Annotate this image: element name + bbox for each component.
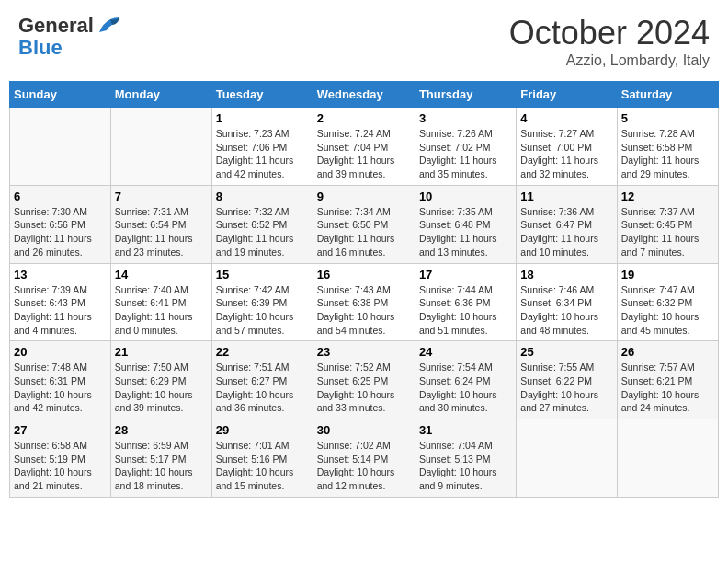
logo: General Blue <box>18 14 121 60</box>
day-number: 16 <box>317 268 411 282</box>
day-number: 9 <box>317 190 411 203</box>
cell-content: Sunrise: 7:52 AMSunset: 6:25 PMDaylight:… <box>317 361 411 415</box>
cell-content: Sunrise: 7:47 AMSunset: 6:32 PMDaylight:… <box>621 283 714 338</box>
calendar-cell: 1Sunrise: 7:23 AMSunset: 7:06 PMDaylight… <box>211 108 313 186</box>
cell-content: Sunrise: 7:24 AMSunset: 7:04 PMDaylight:… <box>317 127 411 181</box>
calendar-cell: 9Sunrise: 7:34 AMSunset: 6:50 PMDaylight… <box>313 185 415 263</box>
day-header-friday: Friday <box>517 82 617 108</box>
calendar-week-row: 13Sunrise: 7:39 AMSunset: 6:43 PMDayligh… <box>10 263 719 341</box>
day-number: 17 <box>419 268 512 282</box>
cell-content: Sunrise: 7:02 AMSunset: 5:14 PMDaylight:… <box>317 439 411 493</box>
day-number: 24 <box>419 345 512 359</box>
day-header-sunday: Sunday <box>10 82 111 108</box>
calendar-cell: 16Sunrise: 7:43 AMSunset: 6:38 PMDayligh… <box>313 263 415 341</box>
calendar-cell: 13Sunrise: 7:39 AMSunset: 6:43 PMDayligh… <box>10 263 111 341</box>
day-number: 3 <box>419 111 512 125</box>
calendar-cell: 26Sunrise: 7:57 AMSunset: 6:21 PMDayligh… <box>617 341 718 419</box>
cell-content: Sunrise: 6:58 AMSunset: 5:19 PMDaylight:… <box>14 439 107 493</box>
calendar-cell: 2Sunrise: 7:24 AMSunset: 7:04 PMDaylight… <box>313 108 415 186</box>
cell-content: Sunrise: 7:50 AMSunset: 6:29 PMDaylight:… <box>115 361 208 415</box>
day-number: 31 <box>419 423 512 437</box>
calendar-cell: 8Sunrise: 7:32 AMSunset: 6:52 PMDaylight… <box>211 185 313 263</box>
calendar-cell: 27Sunrise: 6:58 AMSunset: 5:19 PMDayligh… <box>10 419 111 498</box>
title-block: October 2024 Azzio, Lombardy, Italy <box>509 14 710 69</box>
cell-content: Sunrise: 7:35 AMSunset: 6:48 PMDaylight:… <box>419 205 512 259</box>
cell-content: Sunrise: 7:55 AMSunset: 6:22 PMDaylight:… <box>520 361 612 415</box>
cell-content: Sunrise: 7:28 AMSunset: 6:58 PMDaylight:… <box>621 127 714 181</box>
calendar-cell: 28Sunrise: 6:59 AMSunset: 5:17 PMDayligh… <box>110 419 211 498</box>
calendar-week-row: 1Sunrise: 7:23 AMSunset: 7:06 PMDaylight… <box>10 108 719 186</box>
day-number: 12 <box>621 190 714 203</box>
day-header-wednesday: Wednesday <box>313 82 415 108</box>
cell-content: Sunrise: 7:39 AMSunset: 6:43 PMDaylight:… <box>14 283 107 338</box>
cell-content: Sunrise: 7:43 AMSunset: 6:38 PMDaylight:… <box>317 283 411 338</box>
calendar-cell: 15Sunrise: 7:42 AMSunset: 6:39 PMDayligh… <box>211 263 313 341</box>
cell-content: Sunrise: 7:48 AMSunset: 6:31 PMDaylight:… <box>14 361 107 415</box>
day-number: 28 <box>115 423 208 437</box>
day-header-monday: Monday <box>110 82 211 108</box>
cell-content: Sunrise: 7:01 AMSunset: 5:16 PMDaylight:… <box>216 439 309 493</box>
day-number: 21 <box>115 345 208 359</box>
calendar-cell: 7Sunrise: 7:31 AMSunset: 6:54 PMDaylight… <box>110 185 211 263</box>
cell-content: Sunrise: 7:23 AMSunset: 7:06 PMDaylight:… <box>216 127 309 181</box>
calendar-cell: 21Sunrise: 7:50 AMSunset: 6:29 PMDayligh… <box>110 341 211 419</box>
logo-blue-text: Blue <box>18 36 63 60</box>
day-number: 19 <box>621 268 714 282</box>
day-number: 10 <box>419 190 512 203</box>
cell-content: Sunrise: 7:51 AMSunset: 6:27 PMDaylight:… <box>216 361 309 415</box>
cell-content: Sunrise: 7:37 AMSunset: 6:45 PMDaylight:… <box>621 205 714 259</box>
day-number: 6 <box>14 190 107 203</box>
day-number: 11 <box>520 190 612 203</box>
calendar-week-row: 20Sunrise: 7:48 AMSunset: 6:31 PMDayligh… <box>10 341 719 419</box>
day-number: 2 <box>317 111 411 125</box>
calendar-cell: 25Sunrise: 7:55 AMSunset: 6:22 PMDayligh… <box>517 341 617 419</box>
calendar-week-row: 27Sunrise: 6:58 AMSunset: 5:19 PMDayligh… <box>10 419 719 498</box>
location-title: Azzio, Lombardy, Italy <box>509 52 710 69</box>
cell-content: Sunrise: 7:46 AMSunset: 6:34 PMDaylight:… <box>520 283 612 338</box>
day-number: 25 <box>520 345 612 359</box>
day-header-tuesday: Tuesday <box>211 82 313 108</box>
calendar-cell <box>617 419 718 498</box>
cell-content: Sunrise: 7:44 AMSunset: 6:36 PMDaylight:… <box>419 283 512 338</box>
logo-general-text: General <box>18 14 94 38</box>
day-number: 5 <box>621 111 714 125</box>
day-number: 14 <box>115 268 208 282</box>
day-number: 18 <box>520 268 612 282</box>
calendar-table: SundayMondayTuesdayWednesdayThursdayFrid… <box>9 81 719 498</box>
calendar-cell: 4Sunrise: 7:27 AMSunset: 7:00 PMDaylight… <box>517 108 617 186</box>
calendar-cell: 18Sunrise: 7:46 AMSunset: 6:34 PMDayligh… <box>517 263 617 341</box>
day-number: 30 <box>317 423 411 437</box>
calendar-cell <box>110 108 211 186</box>
calendar-cell: 11Sunrise: 7:36 AMSunset: 6:47 PMDayligh… <box>517 185 617 263</box>
day-number: 22 <box>216 345 309 359</box>
day-number: 23 <box>317 345 411 359</box>
cell-content: Sunrise: 7:26 AMSunset: 7:02 PMDaylight:… <box>419 127 512 181</box>
day-number: 29 <box>216 423 309 437</box>
calendar-cell: 24Sunrise: 7:54 AMSunset: 6:24 PMDayligh… <box>415 341 516 419</box>
cell-content: Sunrise: 7:54 AMSunset: 6:24 PMDaylight:… <box>419 361 512 415</box>
cell-content: Sunrise: 6:59 AMSunset: 5:17 PMDaylight:… <box>115 439 208 493</box>
day-number: 7 <box>115 190 208 203</box>
calendar-cell: 14Sunrise: 7:40 AMSunset: 6:41 PMDayligh… <box>110 263 211 341</box>
cell-content: Sunrise: 7:30 AMSunset: 6:56 PMDaylight:… <box>14 205 107 259</box>
cell-content: Sunrise: 7:42 AMSunset: 6:39 PMDaylight:… <box>216 283 309 338</box>
day-number: 26 <box>621 345 714 359</box>
day-header-thursday: Thursday <box>415 82 516 108</box>
calendar-cell: 6Sunrise: 7:30 AMSunset: 6:56 PMDaylight… <box>10 185 111 263</box>
calendar-cell: 29Sunrise: 7:01 AMSunset: 5:16 PMDayligh… <box>211 419 313 498</box>
calendar-cell: 19Sunrise: 7:47 AMSunset: 6:32 PMDayligh… <box>617 263 718 341</box>
calendar-cell: 12Sunrise: 7:37 AMSunset: 6:45 PMDayligh… <box>617 185 718 263</box>
day-header-saturday: Saturday <box>617 82 718 108</box>
cell-content: Sunrise: 7:04 AMSunset: 5:13 PMDaylight:… <box>419 439 512 493</box>
cell-content: Sunrise: 7:36 AMSunset: 6:47 PMDaylight:… <box>520 205 612 259</box>
day-number: 20 <box>14 345 107 359</box>
calendar-cell: 10Sunrise: 7:35 AMSunset: 6:48 PMDayligh… <box>415 185 516 263</box>
logo-bird-icon <box>96 16 121 36</box>
calendar-cell: 3Sunrise: 7:26 AMSunset: 7:02 PMDaylight… <box>415 108 516 186</box>
calendar-cell: 20Sunrise: 7:48 AMSunset: 6:31 PMDayligh… <box>10 341 111 419</box>
calendar-cell: 22Sunrise: 7:51 AMSunset: 6:27 PMDayligh… <box>211 341 313 419</box>
page-header: General Blue October 2024 Azzio, Lombard… <box>9 9 719 74</box>
calendar-cell: 30Sunrise: 7:02 AMSunset: 5:14 PMDayligh… <box>313 419 415 498</box>
calendar-cell <box>517 419 617 498</box>
day-number: 4 <box>520 111 612 125</box>
